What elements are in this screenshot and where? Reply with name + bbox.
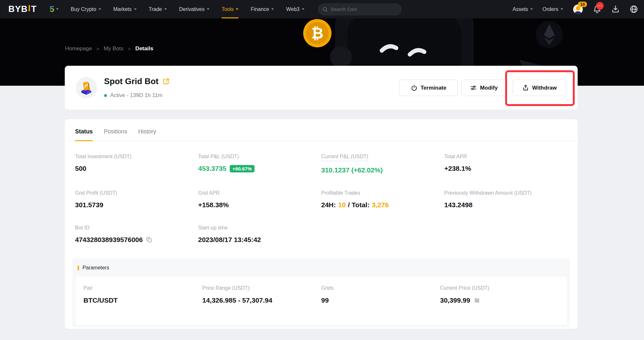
- nav-label: Web3: [286, 6, 300, 12]
- logo-text: T: [31, 4, 37, 14]
- candlestick-chart-icon[interactable]: [474, 297, 480, 304]
- bot-status-text: Active - 139D 1h 11m: [110, 92, 162, 99]
- page-title: Spot Grid Bot: [104, 76, 159, 86]
- parameters-header: Parameters: [72, 258, 570, 276]
- tab-positions[interactable]: Positions: [104, 128, 127, 141]
- modify-button[interactable]: Modify: [461, 80, 506, 96]
- stat-label: Total Investment (USDT): [75, 154, 198, 160]
- download-app-button[interactable]: [611, 5, 620, 14]
- chevron-down-icon: [99, 8, 101, 10]
- nav-item-orders[interactable]: Orders: [543, 6, 563, 12]
- stat-value: 301.5739: [75, 201, 198, 209]
- param-price-range: Price Range (USDT) 14,326.985 - 57,307.9…: [202, 285, 321, 325]
- notifications-button[interactable]: ···: [593, 5, 601, 14]
- param-value: BTC/USDT: [83, 296, 202, 304]
- stat-value: 143.2498: [444, 201, 567, 209]
- breadcrumb-homepage[interactable]: Homepage: [65, 45, 92, 52]
- nav-item-markets[interactable]: Markets: [113, 0, 137, 18]
- tab-status[interactable]: Status: [75, 128, 93, 141]
- stat-total-pnl: Total P&L (USDT) 453.3735 +90.67%: [198, 154, 321, 174]
- external-link-icon[interactable]: [162, 78, 170, 85]
- stat-label-underlined[interactable]: Current P&L (USDT): [321, 154, 368, 161]
- chevron-down-icon: [56, 8, 59, 10]
- stat-label: Grid Profit (USDT): [75, 190, 198, 196]
- stat-label: Grid APR: [198, 190, 321, 196]
- chevron-down-icon: [302, 8, 304, 10]
- nav-label: Derivatives: [179, 6, 205, 12]
- chevron-down-icon: [236, 8, 238, 10]
- stat-bot-id: Bot ID 474328038939576006: [75, 225, 198, 244]
- svg-text:₿: ₿: [311, 25, 323, 42]
- nav-label: Buy Crypto: [71, 6, 96, 12]
- nav-item-tools[interactable]: Tools: [222, 0, 238, 18]
- nav-right-group: Assets Orders 10 ···: [513, 4, 638, 15]
- nav-item-buy-crypto[interactable]: Buy Crypto: [71, 0, 101, 18]
- chat-count-badge: 10: [578, 2, 587, 7]
- parameters-section: Parameters Pair BTC/USDT Price Range (US…: [72, 258, 570, 327]
- anniversary-5-icon: 5: [50, 4, 54, 14]
- anniversary-5-menu[interactable]: 5: [50, 4, 58, 14]
- page: BYBIT 5 Buy Crypto Markets Trade Derivat…: [0, 0, 644, 340]
- trades-total-label: / Total:: [348, 201, 370, 209]
- param-value: 14,326.985 - 57,307.94: [202, 296, 321, 304]
- stat-current-pnl: Current P&L (USDT) 310.1237 (+62.02%): [321, 154, 444, 174]
- search-coin-input[interactable]: [331, 6, 397, 12]
- stat-profitable-trades: Profitable Trades 24H: 10 / Total: 3,276: [321, 190, 444, 209]
- stat-total-apr: Total APR +238.1%: [444, 154, 567, 174]
- bot-details-card: Status Positions History Total Investmen…: [65, 119, 578, 329]
- chevron-down-icon: [207, 8, 209, 10]
- nav-label: Assets: [513, 6, 528, 12]
- support-chat-button[interactable]: 10: [573, 4, 583, 15]
- search-coin-box[interactable]: [318, 3, 402, 15]
- stat-previously-withdrawn: Previously Withdrawn Amount (USDT) 143.2…: [444, 190, 567, 209]
- language-button[interactable]: [630, 5, 638, 14]
- logo-accent: I: [28, 4, 31, 14]
- terminate-button[interactable]: Terminate: [399, 80, 458, 96]
- nav-item-derivatives[interactable]: Derivatives: [179, 0, 209, 18]
- copy-icon[interactable]: [146, 237, 152, 243]
- stat-label: Profitable Trades: [321, 190, 444, 196]
- bot-id-value: 474328038939576006: [75, 236, 143, 244]
- chevron-down-icon: [561, 8, 563, 10]
- stat-value: 2023/08/17 13:45:42: [198, 236, 321, 244]
- pnl-percent-badge: +90.67%: [230, 165, 255, 172]
- nav-item-web3[interactable]: Web3: [286, 0, 304, 18]
- stat-value: 310.1237 (+62.02%): [321, 166, 444, 174]
- param-label: Grids: [321, 285, 440, 291]
- stat-value: +158.38%: [198, 201, 321, 209]
- breadcrumb-details: Details: [135, 45, 153, 52]
- stat-value: 500: [75, 165, 198, 172]
- param-current-price: Current Price (USDT) 30,399.99: [440, 285, 559, 325]
- nav-item-assets[interactable]: Assets: [513, 6, 533, 12]
- nav-label: Orders: [543, 6, 558, 12]
- stat-label: Total P&L (USDT): [198, 154, 321, 160]
- bot-header-card: Spot Grid Bot Active - 139D 1h 11m Termi…: [65, 66, 578, 110]
- param-label: Price Range (USDT): [202, 285, 321, 291]
- param-pair: Pair BTC/USDT: [83, 285, 202, 325]
- withdraw-label: Withdraw: [532, 85, 557, 91]
- param-label: Current Price (USDT): [440, 285, 559, 291]
- stat-label: Bot ID: [75, 225, 198, 231]
- stat-startup-time: Start-up time 2023/08/17 13:45:42: [198, 225, 321, 244]
- breadcrumb: Homepage > My Bots > Details: [65, 45, 153, 52]
- chevron-down-icon: [164, 8, 167, 10]
- bybit-logo[interactable]: BYBIT: [8, 4, 37, 14]
- trades-24h-value: 10: [338, 201, 346, 209]
- withdraw-button[interactable]: Withdraw: [513, 80, 566, 96]
- withdraw-icon: [522, 84, 529, 91]
- bot-avatar: [76, 77, 97, 98]
- terminate-label: Terminate: [421, 85, 447, 91]
- breadcrumb-my-bots[interactable]: My Bots: [104, 45, 123, 52]
- breadcrumb-separator: >: [96, 46, 99, 52]
- download-icon: [611, 5, 620, 14]
- nav-label: Finance: [251, 6, 269, 12]
- param-value: 30,399.99: [440, 296, 470, 304]
- tab-history[interactable]: History: [138, 128, 156, 141]
- notification-dot-badge: ···: [596, 2, 604, 10]
- nav-item-finance[interactable]: Finance: [251, 0, 274, 18]
- param-value: 99: [321, 296, 440, 304]
- ethereum-coin-icon: [536, 21, 563, 48]
- nav-item-trade[interactable]: Trade: [149, 0, 167, 18]
- grid-bot-icon: [79, 80, 94, 95]
- nav-label: Tools: [222, 6, 234, 12]
